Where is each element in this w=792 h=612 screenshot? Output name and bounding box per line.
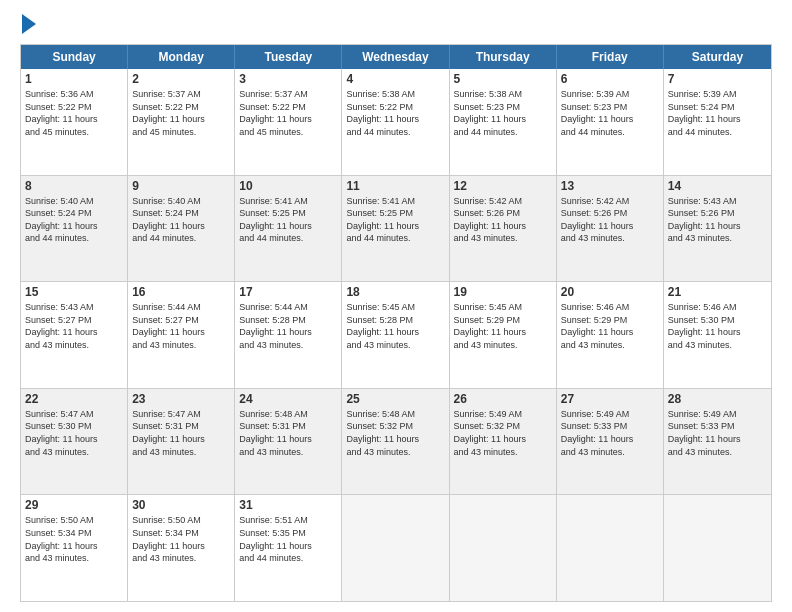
header-day-monday: Monday	[128, 45, 235, 69]
table-row: 2Sunrise: 5:37 AM Sunset: 5:22 PM Daylig…	[128, 69, 235, 175]
day-info: Sunrise: 5:37 AM Sunset: 5:22 PM Dayligh…	[132, 88, 230, 138]
table-row: 24Sunrise: 5:48 AM Sunset: 5:31 PM Dayli…	[235, 389, 342, 495]
day-number: 16	[132, 285, 230, 299]
table-row: 20Sunrise: 5:46 AM Sunset: 5:29 PM Dayli…	[557, 282, 664, 388]
day-info: Sunrise: 5:47 AM Sunset: 5:30 PM Dayligh…	[25, 408, 123, 458]
day-number: 5	[454, 72, 552, 86]
day-number: 12	[454, 179, 552, 193]
day-number: 15	[25, 285, 123, 299]
day-info: Sunrise: 5:44 AM Sunset: 5:27 PM Dayligh…	[132, 301, 230, 351]
day-info: Sunrise: 5:50 AM Sunset: 5:34 PM Dayligh…	[132, 514, 230, 564]
day-number: 21	[668, 285, 767, 299]
calendar-week-4: 22Sunrise: 5:47 AM Sunset: 5:30 PM Dayli…	[21, 389, 771, 496]
day-info: Sunrise: 5:48 AM Sunset: 5:32 PM Dayligh…	[346, 408, 444, 458]
table-row: 13Sunrise: 5:42 AM Sunset: 5:26 PM Dayli…	[557, 176, 664, 282]
table-row: 10Sunrise: 5:41 AM Sunset: 5:25 PM Dayli…	[235, 176, 342, 282]
calendar-week-5: 29Sunrise: 5:50 AM Sunset: 5:34 PM Dayli…	[21, 495, 771, 601]
table-row: 9Sunrise: 5:40 AM Sunset: 5:24 PM Daylig…	[128, 176, 235, 282]
day-info: Sunrise: 5:49 AM Sunset: 5:33 PM Dayligh…	[561, 408, 659, 458]
day-number: 7	[668, 72, 767, 86]
table-row: 25Sunrise: 5:48 AM Sunset: 5:32 PM Dayli…	[342, 389, 449, 495]
day-info: Sunrise: 5:40 AM Sunset: 5:24 PM Dayligh…	[25, 195, 123, 245]
table-row: 19Sunrise: 5:45 AM Sunset: 5:29 PM Dayli…	[450, 282, 557, 388]
table-row: 16Sunrise: 5:44 AM Sunset: 5:27 PM Dayli…	[128, 282, 235, 388]
day-number: 31	[239, 498, 337, 512]
table-row: 21Sunrise: 5:46 AM Sunset: 5:30 PM Dayli…	[664, 282, 771, 388]
day-info: Sunrise: 5:38 AM Sunset: 5:22 PM Dayligh…	[346, 88, 444, 138]
table-row: 1Sunrise: 5:36 AM Sunset: 5:22 PM Daylig…	[21, 69, 128, 175]
day-info: Sunrise: 5:50 AM Sunset: 5:34 PM Dayligh…	[25, 514, 123, 564]
day-info: Sunrise: 5:49 AM Sunset: 5:33 PM Dayligh…	[668, 408, 767, 458]
header-day-sunday: Sunday	[21, 45, 128, 69]
day-number: 13	[561, 179, 659, 193]
table-row	[557, 495, 664, 601]
day-number: 27	[561, 392, 659, 406]
day-info: Sunrise: 5:45 AM Sunset: 5:28 PM Dayligh…	[346, 301, 444, 351]
day-info: Sunrise: 5:47 AM Sunset: 5:31 PM Dayligh…	[132, 408, 230, 458]
header	[20, 16, 772, 34]
day-number: 20	[561, 285, 659, 299]
day-number: 18	[346, 285, 444, 299]
header-day-thursday: Thursday	[450, 45, 557, 69]
day-info: Sunrise: 5:49 AM Sunset: 5:32 PM Dayligh…	[454, 408, 552, 458]
logo-arrow-icon	[22, 14, 36, 34]
table-row: 18Sunrise: 5:45 AM Sunset: 5:28 PM Dayli…	[342, 282, 449, 388]
day-number: 25	[346, 392, 444, 406]
table-row: 7Sunrise: 5:39 AM Sunset: 5:24 PM Daylig…	[664, 69, 771, 175]
table-row: 11Sunrise: 5:41 AM Sunset: 5:25 PM Dayli…	[342, 176, 449, 282]
day-number: 24	[239, 392, 337, 406]
day-info: Sunrise: 5:43 AM Sunset: 5:26 PM Dayligh…	[668, 195, 767, 245]
day-number: 19	[454, 285, 552, 299]
header-day-saturday: Saturday	[664, 45, 771, 69]
day-number: 2	[132, 72, 230, 86]
day-number: 9	[132, 179, 230, 193]
day-info: Sunrise: 5:40 AM Sunset: 5:24 PM Dayligh…	[132, 195, 230, 245]
table-row: 17Sunrise: 5:44 AM Sunset: 5:28 PM Dayli…	[235, 282, 342, 388]
day-info: Sunrise: 5:44 AM Sunset: 5:28 PM Dayligh…	[239, 301, 337, 351]
table-row: 31Sunrise: 5:51 AM Sunset: 5:35 PM Dayli…	[235, 495, 342, 601]
table-row: 5Sunrise: 5:38 AM Sunset: 5:23 PM Daylig…	[450, 69, 557, 175]
table-row: 22Sunrise: 5:47 AM Sunset: 5:30 PM Dayli…	[21, 389, 128, 495]
logo	[20, 16, 36, 34]
day-info: Sunrise: 5:48 AM Sunset: 5:31 PM Dayligh…	[239, 408, 337, 458]
calendar-week-2: 8Sunrise: 5:40 AM Sunset: 5:24 PM Daylig…	[21, 176, 771, 283]
day-info: Sunrise: 5:36 AM Sunset: 5:22 PM Dayligh…	[25, 88, 123, 138]
day-number: 10	[239, 179, 337, 193]
header-day-wednesday: Wednesday	[342, 45, 449, 69]
table-row: 4Sunrise: 5:38 AM Sunset: 5:22 PM Daylig…	[342, 69, 449, 175]
day-info: Sunrise: 5:45 AM Sunset: 5:29 PM Dayligh…	[454, 301, 552, 351]
day-info: Sunrise: 5:39 AM Sunset: 5:23 PM Dayligh…	[561, 88, 659, 138]
calendar: SundayMondayTuesdayWednesdayThursdayFrid…	[20, 44, 772, 602]
table-row: 30Sunrise: 5:50 AM Sunset: 5:34 PM Dayli…	[128, 495, 235, 601]
table-row: 26Sunrise: 5:49 AM Sunset: 5:32 PM Dayli…	[450, 389, 557, 495]
day-info: Sunrise: 5:39 AM Sunset: 5:24 PM Dayligh…	[668, 88, 767, 138]
calendar-week-3: 15Sunrise: 5:43 AM Sunset: 5:27 PM Dayli…	[21, 282, 771, 389]
day-number: 17	[239, 285, 337, 299]
day-info: Sunrise: 5:37 AM Sunset: 5:22 PM Dayligh…	[239, 88, 337, 138]
day-number: 11	[346, 179, 444, 193]
table-row: 29Sunrise: 5:50 AM Sunset: 5:34 PM Dayli…	[21, 495, 128, 601]
day-number: 23	[132, 392, 230, 406]
table-row	[450, 495, 557, 601]
table-row: 23Sunrise: 5:47 AM Sunset: 5:31 PM Dayli…	[128, 389, 235, 495]
day-number: 6	[561, 72, 659, 86]
day-info: Sunrise: 5:51 AM Sunset: 5:35 PM Dayligh…	[239, 514, 337, 564]
table-row: 6Sunrise: 5:39 AM Sunset: 5:23 PM Daylig…	[557, 69, 664, 175]
day-number: 30	[132, 498, 230, 512]
day-number: 1	[25, 72, 123, 86]
day-info: Sunrise: 5:42 AM Sunset: 5:26 PM Dayligh…	[454, 195, 552, 245]
day-number: 14	[668, 179, 767, 193]
day-info: Sunrise: 5:41 AM Sunset: 5:25 PM Dayligh…	[239, 195, 337, 245]
day-number: 4	[346, 72, 444, 86]
table-row: 28Sunrise: 5:49 AM Sunset: 5:33 PM Dayli…	[664, 389, 771, 495]
day-number: 28	[668, 392, 767, 406]
page: SundayMondayTuesdayWednesdayThursdayFrid…	[0, 0, 792, 612]
calendar-header-row: SundayMondayTuesdayWednesdayThursdayFrid…	[21, 45, 771, 69]
day-number: 3	[239, 72, 337, 86]
day-number: 29	[25, 498, 123, 512]
day-info: Sunrise: 5:38 AM Sunset: 5:23 PM Dayligh…	[454, 88, 552, 138]
day-number: 22	[25, 392, 123, 406]
table-row: 12Sunrise: 5:42 AM Sunset: 5:26 PM Dayli…	[450, 176, 557, 282]
day-info: Sunrise: 5:43 AM Sunset: 5:27 PM Dayligh…	[25, 301, 123, 351]
table-row: 14Sunrise: 5:43 AM Sunset: 5:26 PM Dayli…	[664, 176, 771, 282]
